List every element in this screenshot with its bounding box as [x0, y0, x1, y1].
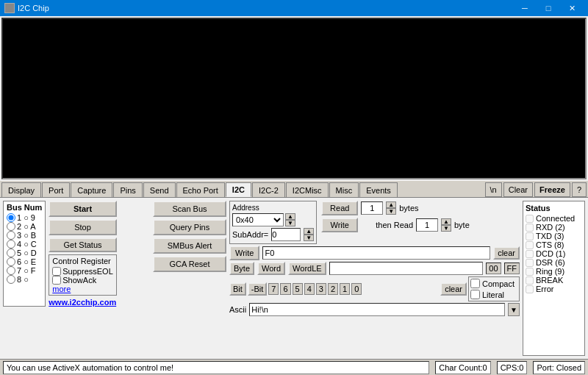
bus-radio-row-3: 3 ○ B — [7, 231, 42, 240]
maximize-button[interactable]: □ — [537, 0, 560, 16]
status-cb-rxd2[interactable] — [526, 224, 534, 232]
wordle-button[interactable]: WordLE — [288, 262, 326, 275]
status-item-cts8: CTS (8) — [526, 240, 582, 249]
tab-send[interactable]: Send — [143, 182, 176, 197]
read-button[interactable]: Read — [321, 201, 358, 215]
bus-radio-2[interactable] — [7, 222, 15, 231]
ascii-input[interactable] — [249, 303, 505, 316]
tab-events[interactable]: Events — [359, 182, 398, 197]
tab-capture[interactable]: Capture — [71, 182, 112, 197]
status-cb-cts8[interactable] — [526, 241, 534, 249]
address-down-btn[interactable]: ▼ — [285, 220, 295, 226]
address-up-btn[interactable]: ▲ — [285, 213, 295, 220]
compact-literal-area: Compact Literal — [468, 276, 520, 301]
status-cb-dsr6[interactable] — [526, 259, 534, 267]
tab-i2c2[interactable]: I2C-2 — [252, 182, 285, 197]
status-cb-ring9[interactable] — [526, 268, 534, 276]
status-cb-txd3[interactable] — [526, 232, 534, 240]
tab-echoport[interactable]: Echo Port — [176, 182, 225, 197]
write-button[interactable]: Write — [321, 218, 358, 232]
bit-num-7[interactable]: 7 — [268, 283, 279, 295]
read-bytes-up[interactable]: ▲ — [386, 201, 396, 208]
status-title: Status — [526, 204, 582, 213]
compact-checkbox[interactable] — [470, 279, 480, 288]
clear-button[interactable]: Clear — [503, 182, 533, 197]
bus-radio-3[interactable] — [7, 231, 15, 240]
close-button[interactable]: ✕ — [560, 0, 584, 16]
byte-label: byte — [454, 221, 470, 229]
get-status-button[interactable]: Get Status — [49, 238, 116, 252]
status-cb-break[interactable] — [526, 276, 534, 285]
then-read-up[interactable]: ▲ — [441, 218, 451, 225]
tab-i2c[interactable]: I2C — [226, 182, 251, 197]
start-button[interactable]: Start — [49, 201, 116, 217]
char-count-value: 0 — [483, 363, 487, 372]
status-cb-connected[interactable] — [526, 215, 534, 223]
subaddr-input[interactable] — [271, 228, 301, 241]
bus-radio-6[interactable] — [7, 257, 15, 266]
tabs-bar: DisplayPortCapturePinsSendEcho PortI2CI2… — [0, 181, 588, 198]
bus-radio-row-5: 5 ○ D — [7, 249, 42, 257]
freeze-button[interactable]: Freeze — [534, 182, 570, 197]
gca-reset-button[interactable]: GCA Reset — [153, 256, 226, 272]
show-ack-checkbox[interactable] — [52, 276, 61, 285]
status-cb-error[interactable] — [526, 285, 534, 293]
clear-bit-button[interactable]: clear — [440, 282, 467, 296]
stop-button[interactable]: Stop — [49, 219, 116, 235]
smbus-alert-button[interactable]: SMBus Alert — [153, 238, 226, 254]
bus-radio-8[interactable] — [7, 275, 15, 284]
help-button[interactable]: ? — [572, 182, 587, 197]
tab-port[interactable]: Port — [42, 182, 70, 197]
tab-misc[interactable]: Misc — [329, 182, 359, 197]
then-read-down[interactable]: ▼ — [441, 225, 451, 232]
more-link[interactable]: more — [52, 285, 71, 293]
backslashn-button[interactable]: \n — [485, 182, 502, 197]
subaddr-down-btn[interactable]: ▼ — [304, 235, 314, 241]
suppress-eol-checkbox[interactable] — [52, 267, 61, 276]
i2cchip-link[interactable]: www.i2cchip.com — [49, 298, 116, 307]
ascii-label: Ascii — [229, 305, 246, 314]
bit-num-5[interactable]: 5 — [293, 283, 303, 295]
tab-i2cmisc[interactable]: I2CMisc — [286, 182, 329, 197]
subaddr-up-btn[interactable]: ▲ — [304, 228, 314, 235]
byte-word-input[interactable] — [329, 262, 484, 275]
bit-num-3[interactable]: 3 — [316, 283, 326, 295]
ascii-dropdown-button[interactable]: ▼ — [508, 303, 520, 316]
then-read-bytes-input[interactable] — [416, 218, 438, 232]
scan-bus-button[interactable]: Scan Bus — [153, 201, 226, 217]
write2-button[interactable]: Write — [229, 246, 259, 260]
char-count-section: Char Count: 0 — [435, 361, 490, 374]
bit-button[interactable]: Bit — [229, 282, 246, 296]
read-bytes-input[interactable] — [361, 201, 383, 215]
title-bar: I2C Chip ─ □ ✕ — [0, 0, 588, 16]
status-panel: Status ConnectedRXD (2)TXD (3)CTS (8)DCD… — [523, 201, 585, 356]
then-read-label: then Read — [361, 221, 413, 229]
word-button[interactable]: Word — [257, 262, 285, 275]
bit-num-0[interactable]: 0 — [351, 283, 362, 295]
compact-label: Compact — [482, 279, 514, 288]
left-panel: Bus Num 1 ○ 92 ○ A3 ○ B4 ○ C5 ○ D6 ○ E7 … — [3, 201, 150, 356]
bus-radio-5[interactable] — [7, 249, 15, 257]
query-pins-button[interactable]: Query Pins — [153, 219, 226, 235]
bus-radio-1[interactable] — [7, 213, 15, 222]
bit-num-2[interactable]: 2 — [328, 283, 338, 295]
status-cb-dcd1[interactable] — [526, 250, 534, 258]
panel-area: Bus Num 1 ○ 92 ○ A3 ○ B4 ○ C5 ○ D6 ○ E7 … — [0, 198, 588, 359]
status-message: You can use ActiveX automation to contro… — [3, 361, 429, 374]
bus-radio-7[interactable] — [7, 266, 15, 275]
bit-num-1[interactable]: 1 — [340, 283, 350, 295]
bus-radio-4[interactable] — [7, 240, 15, 249]
clear-write-button[interactable]: clear — [493, 246, 520, 260]
bit-num-6[interactable]: 6 — [280, 283, 290, 295]
address-select[interactable]: 0x40 — [232, 213, 284, 226]
minimize-button[interactable]: ─ — [513, 0, 537, 16]
write-value-input[interactable] — [262, 246, 490, 260]
tab-display[interactable]: Display — [1, 182, 41, 197]
tab-pins[interactable]: Pins — [113, 182, 142, 197]
bit-num-4[interactable]: 4 — [304, 283, 315, 295]
literal-checkbox[interactable] — [470, 290, 480, 299]
nbit-button[interactable]: -Bit — [248, 282, 268, 296]
read-bytes-down[interactable]: ▼ — [386, 208, 396, 215]
byte-button[interactable]: Byte — [229, 262, 254, 275]
hex-00: 00 — [486, 262, 501, 274]
